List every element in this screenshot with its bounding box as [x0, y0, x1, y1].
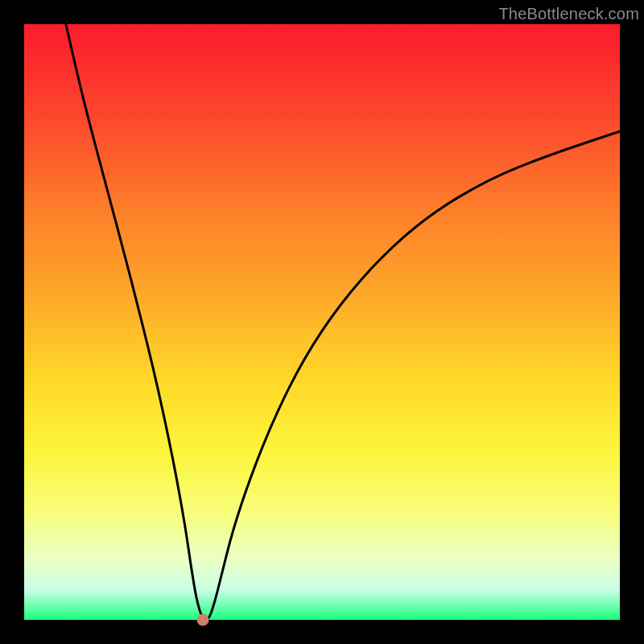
plot-area: [24, 24, 620, 620]
bottleneck-curve-path: [66, 24, 620, 620]
curve-svg: [24, 24, 620, 620]
minimum-marker: [197, 614, 209, 626]
chart-container: TheBottleneck.com: [0, 0, 644, 644]
attribution-label: TheBottleneck.com: [498, 5, 639, 23]
